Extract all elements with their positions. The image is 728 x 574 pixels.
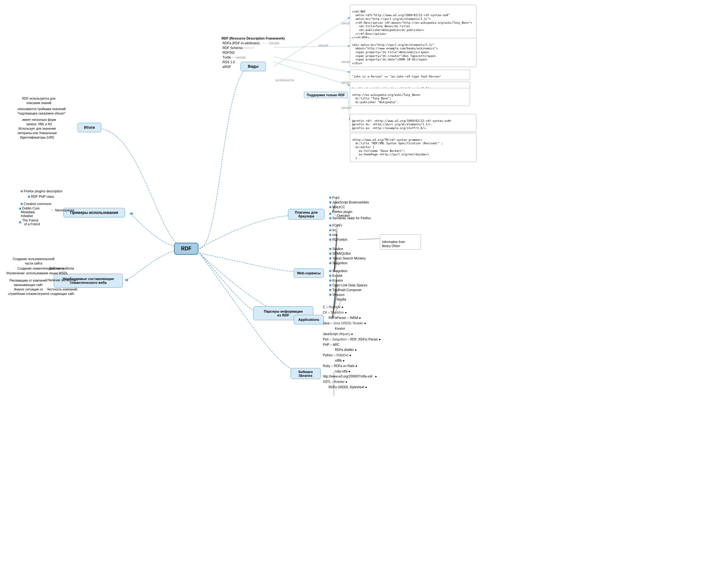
itogi-text-2: описывается тройками значений"подлежащее… <box>17 107 66 116</box>
ws-swignition1: Swignition <box>329 261 348 265</box>
plugin-semantic-radar: Semantic radar for Firefox <box>329 216 371 220</box>
sw-rdfa-distiller: RDFa distiller ● <box>335 348 357 352</box>
ws-mle: mle <box>329 233 338 237</box>
code-box-6: @prefix rdf: <http://www.w3.org/1999/02/… <box>350 114 476 132</box>
sw-ruby-rdfa: ruby-rdfa ● <box>335 370 351 373</box>
rss-item: RSS 1.0 <box>223 60 235 64</box>
code-box-7: <http://www.w3.org/TR/rdf-syntax-grammar… <box>350 133 476 162</box>
section-vidy-label: Виды <box>248 64 258 69</box>
app-krextor: Krextor <box>329 279 343 282</box>
itogi-text-1: RDF используется дляописания знаний <box>22 96 55 106</box>
code-box-5: <http://en.wikipedia.org/wiki/Tony_Benn>… <box>350 88 470 106</box>
neob-text-1: Создание пользовательскойчасти сайта <box>13 257 54 266</box>
app-swignition: Swignition <box>329 269 348 273</box>
sw-ruby: Ruby ○ RDFa on Rails ● <box>323 364 357 368</box>
section-primery-label: Примеры использования <box>70 210 118 215</box>
sw-csharp: C# ○ Sharkbox ● <box>323 311 347 314</box>
neob-text-4: Рекламщики от компанийзаказывающих сайт <box>9 279 47 287</box>
section-webservices: Web-сервисы <box>294 268 324 278</box>
sw-w3c-xslt: http://www.w3.org/2008/07/rdfa-xslt ● <box>323 375 377 378</box>
section-vidy: Виды <box>241 62 266 71</box>
primery-friend: The Friend of a Friend <box>19 218 40 226</box>
section-itogi: Итоги <box>78 123 101 132</box>
section-applications: Applications <box>294 315 324 324</box>
ws-sparqlbot: SPARQLBot <box>329 252 351 255</box>
sw-rdfa-parser: RDFaParser ○ INRIA ● <box>329 316 361 320</box>
plugin-fuzz: Fuzz <box>329 196 339 199</box>
plugin-js-bookmarklets: JavaScript Bookmarklets <box>329 200 369 204</box>
rdfa-item: RDFa (RDF-in-attributes) ········ Sample <box>223 41 280 45</box>
sw-xstl-krextor: XSTL ○ Krextor ● <box>323 380 347 383</box>
ws-irs: Irs <box>329 228 336 232</box>
app-openlink: Open Link Data Spaces <box>329 283 367 287</box>
section-applications-label: Applications <box>298 318 319 322</box>
ws-sindice: Sindice <box>329 247 343 251</box>
section-plugins: Плагины длябраузера <box>288 209 324 219</box>
svg-line-1 <box>274 46 350 47</box>
code-box-3: "john is a Person" == "ex:john rdf:type … <box>350 70 470 80</box>
podderzhka-node: Поддержка только RDF <box>304 92 348 98</box>
section-plugins-label: Плагины длябраузера <box>295 210 318 218</box>
section-software-label: Softwarelibraries <box>298 370 313 377</box>
sw-perl: Perl ○ Swignition ○ RDF::RDFa::Parser ● <box>323 338 381 341</box>
app-topbraid: TopBraid Composer <box>329 288 362 292</box>
central-node: RDF <box>174 243 198 255</box>
rdf-framework-label: RDF (Resource Description Framework) <box>221 36 285 40</box>
itogi-text-4: Использует для значениелитералы или Уник… <box>17 127 57 140</box>
primery-firefox: Firefox plugins description <box>21 189 63 193</box>
central-label: RDF <box>181 246 192 251</box>
sw-rdfa-grddl: RDFa GRDDL Stylesheet ● <box>329 385 367 389</box>
sw-javascript: JavaScript rdfquery ● <box>323 332 353 336</box>
svg-line-2 <box>274 57 350 72</box>
section-software: Softwarelibraries <box>291 368 321 379</box>
primery-namespaces: ← Namespaces <box>51 208 74 212</box>
sw-rdflib: rdflib ● <box>335 359 345 362</box>
sw-krextor: Krextor <box>335 327 345 330</box>
sample-label-2: sample <box>318 44 328 47</box>
sample-label-5: sample <box>341 106 351 110</box>
primery-dublin: Dublin Core Metadata Initiative <box>19 206 40 218</box>
code-box-2: <div xmlns:dc="http://purl.org/dc/elemen… <box>350 38 476 67</box>
primery-rdf-php: RDF PHP class <box>28 195 54 198</box>
neob-dvojnaya: Двойная работа <box>49 267 74 270</box>
app-exhibit: Exhibit <box>329 274 342 278</box>
code-box-1: <rdf:RDF xmlns:rdf="http://www.w3.org/19… <box>350 5 476 41</box>
ws-rdfohloh: RDFohloh <box>329 238 347 241</box>
section-itogi-label: Итоги <box>84 125 95 130</box>
rdfn3-item: RDF/N3 <box>223 51 235 54</box>
ws-foafr: FOAFr <box>329 223 342 227</box>
app-virtuozo: Virtuozo <box>329 293 345 296</box>
section-webservices-label: Web-сервисы <box>297 271 321 275</box>
neob-text-6: Аналог ситуации сослужебным словом keywo… <box>8 287 49 296</box>
rdf-schema-item: RDF Schema ············ <box>223 46 254 50</box>
neob-text-7: Честность компаний,создающих сайт <box>47 287 78 296</box>
erdf-item: eRDF <box>223 65 231 69</box>
ws-yahoo: Yahoo Search Monkey <box>329 256 366 260</box>
turtle-item: Turtle ··· sample <box>223 55 246 59</box>
sw-java: Java ○ Jena GRDDL Reader ● <box>323 322 366 325</box>
primery-creative: Creative commons <box>21 202 52 206</box>
itogi-text-3: имеет несколько формзаписи: XML и N3 <box>22 118 56 127</box>
neob-text-3: Исключение: использование языка WSDL <box>6 272 68 275</box>
neob-text-5: Наличие экспертов <box>47 279 76 282</box>
sw-c: C ○ Redland ● <box>323 305 343 309</box>
sw-python: Python ○ RdfaDict ● <box>323 354 351 357</box>
app-librdfa: librdfa <box>334 297 346 301</box>
sw-php: PHP ○ ARC <box>323 343 339 346</box>
plugin-mozzcc: MozzCC <box>329 205 345 209</box>
info-ohlon-box: Information fromlibrary Ohlon <box>380 234 421 250</box>
osobennosti-label: особенности <box>275 79 294 82</box>
